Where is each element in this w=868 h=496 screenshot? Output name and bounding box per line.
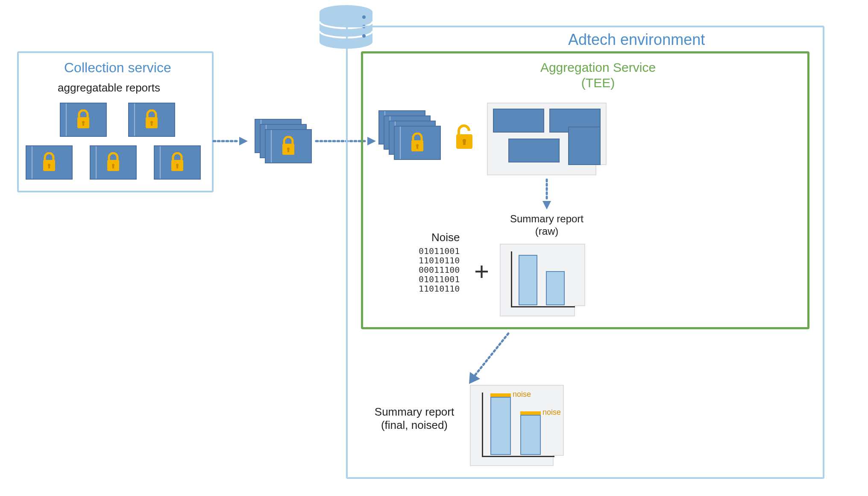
- adtech-environment-title: Adtech environment: [568, 31, 705, 49]
- plus-icon: +: [474, 257, 489, 286]
- arrow-down-icon: [538, 180, 555, 210]
- summary-raw-label: Summary report (raw): [504, 213, 589, 238]
- lock-open-icon: [453, 124, 476, 151]
- svg-marker-35: [542, 201, 551, 210]
- summary-final-label: Summary report (final, noised): [367, 405, 461, 432]
- svg-rect-14: [48, 165, 50, 168]
- lock-closed-icon: [409, 133, 426, 153]
- chart-bar: [546, 271, 565, 305]
- svg-point-3: [362, 15, 366, 19]
- lock-closed-icon: [75, 109, 92, 130]
- noise-tag: noise: [542, 408, 561, 417]
- svg-rect-8: [82, 122, 84, 126]
- summary-raw-report: [500, 244, 585, 316]
- noise-label: Noise: [431, 231, 460, 244]
- svg-marker-22: [239, 137, 248, 145]
- svg-rect-20: [176, 165, 178, 168]
- chart-axis: [482, 393, 483, 457]
- lock-closed-icon: [280, 136, 297, 156]
- svg-rect-17: [112, 165, 114, 168]
- chart-axis: [511, 306, 575, 307]
- lock-closed-icon: [105, 152, 122, 173]
- svg-rect-30: [416, 145, 418, 149]
- chart-axis: [482, 456, 554, 457]
- noise-tag: noise: [513, 390, 531, 399]
- svg-rect-25: [287, 149, 289, 152]
- svg-line-36: [474, 334, 508, 376]
- collection-service-title: Collection service: [64, 60, 171, 76]
- data-chunk: [508, 139, 560, 162]
- data-chunk: [493, 109, 544, 133]
- noise-cap: [490, 393, 511, 397]
- noise-bits: 01011001 11010110 00011100 01011001 1101…: [419, 246, 460, 293]
- lock-closed-icon: [143, 109, 160, 130]
- chart-axis: [511, 251, 512, 307]
- lock-closed-icon: [41, 152, 58, 173]
- data-chunk: [568, 127, 601, 165]
- noise-cap: [520, 411, 541, 415]
- svg-rect-33: [463, 141, 466, 145]
- chart-bar: [519, 255, 537, 305]
- aggregation-service-title: Aggregation Service (TEE): [538, 60, 658, 91]
- arrow-icon: [214, 133, 248, 150]
- chart-bar: [490, 397, 511, 455]
- svg-marker-37: [469, 372, 480, 384]
- aggregatable-reports-label: aggregatable reports: [58, 81, 160, 94]
- arrow-diagonal-icon: [461, 329, 521, 389]
- lock-closed-icon: [169, 152, 186, 173]
- chart-bar: [520, 415, 541, 455]
- svg-rect-11: [151, 122, 152, 126]
